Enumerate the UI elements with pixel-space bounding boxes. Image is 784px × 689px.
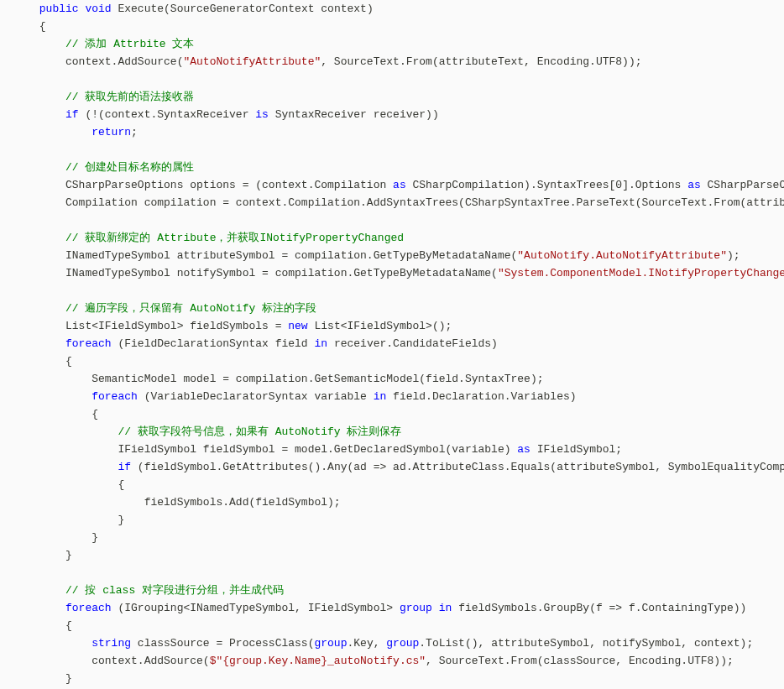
code-token: as: [393, 179, 406, 191]
code-token: is: [255, 108, 269, 121]
code-token: fieldSymbols.GroupBy(f => f.ContainingTy…: [452, 602, 746, 614]
code-token: public: [39, 3, 79, 15]
code-token: "AutoNotifyAttribute": [183, 55, 321, 68]
code-token: in: [374, 390, 387, 403]
code-token: field.Declaration.Variables): [386, 390, 576, 403]
code-token: [0, 637, 91, 650]
code-token: List<IFieldSymbol> fieldSymbols =: [0, 320, 288, 332]
code-token: CSharpParseOp: [701, 179, 784, 191]
code-token: // 获取先前的语法接收器: [65, 91, 194, 103]
code-token: // 添加 Attrbite 文本: [65, 38, 194, 50]
code-token: if: [65, 108, 79, 121]
code-token: }: [0, 531, 98, 544]
code-token: [0, 91, 65, 103]
code-token: foreach: [65, 337, 112, 350]
code-token: }: [0, 514, 124, 526]
code-token: List<IFieldSymbol>();: [308, 320, 452, 332]
code-token: INamedTypeSymbol notifySymbol = compilat…: [0, 267, 498, 279]
code-token: // 按 class 对字段进行分组，并生成代码: [65, 584, 284, 597]
code-token: IFieldSymbol fieldSymbol = model.GetDecl…: [0, 443, 517, 456]
code-token: {: [0, 478, 124, 491]
code-token: [0, 126, 91, 138]
code-token: group: [400, 602, 432, 614]
code-token: [0, 3, 39, 15]
code-token: {: [0, 619, 72, 632]
code-token: [0, 337, 65, 350]
code-token: SyntaxReceiver receiver)): [269, 108, 439, 121]
code-token: [0, 302, 65, 315]
code-token: .ToList(), attributeSymbol, notifySymbol…: [419, 637, 753, 650]
code-token: SemanticModel model = compilation.GetSem…: [0, 373, 544, 385]
code-token: (VariableDeclaratorSyntax variable: [138, 390, 374, 403]
code-token: CSharpParseOptions options = (context.Co…: [0, 179, 393, 191]
code-token: string: [91, 637, 131, 650]
code-token: {: [0, 408, 98, 420]
code-token: }: [0, 549, 72, 561]
code-token: [0, 38, 65, 50]
code-token: (FieldDeclarationSyntax field: [112, 337, 315, 350]
code-token: {: [0, 355, 72, 368]
code-token: , SourceText.From(classSource, Encoding.…: [426, 655, 734, 667]
code-token: (fieldSymbol.GetAttributes().Any(ad => a…: [131, 461, 784, 473]
code-token: fieldSymbols.Add(fieldSymbol);: [0, 496, 341, 509]
code-token: // 获取字段符号信息，如果有 AutoNotify 标注则保存: [118, 425, 401, 438]
code-token: foreach: [91, 390, 138, 403]
code-token: // 创建处目标名称的属性: [65, 161, 194, 174]
code-token: INamedTypeSymbol attributeSymbol = compi…: [0, 249, 517, 262]
code-block: public void Execute(SourceGeneratorConte…: [0, 0, 784, 689]
code-token: receiver.CandidateFields): [327, 337, 498, 350]
code-token: {: [0, 20, 46, 33]
code-token: IFieldSymbol;: [531, 443, 622, 456]
code-token: [0, 390, 91, 403]
code-token: group: [386, 637, 419, 650]
code-token: .Key,: [347, 637, 386, 650]
code-token: Execute(SourceGeneratorContext context): [112, 3, 374, 15]
code-token: [0, 232, 65, 244]
code-token: foreach: [65, 602, 112, 614]
code-token: return: [91, 126, 131, 138]
code-token: // 遍历字段，只保留有 AutoNotify 标注的字段: [65, 302, 316, 315]
code-token: "System.ComponentModel.INotifyPropertyCh…: [498, 267, 784, 279]
code-token: context.AddSource(: [0, 55, 183, 68]
code-token: [0, 602, 65, 614]
code-token: [0, 108, 65, 121]
code-token: as: [687, 179, 701, 191]
code-token: [0, 461, 118, 473]
code-token: // 获取新绑定的 Attribute，并获取INotifyPropertyCh…: [65, 232, 404, 244]
code-token: (!(context.SyntaxReceiver: [79, 108, 256, 121]
code-token: classSource = ProcessClass(: [131, 637, 314, 650]
code-token: "AutoNotify.AutoNotifyAttribute": [517, 249, 727, 262]
code-token: CSharpCompilation).SyntaxTrees[0].Option…: [406, 179, 687, 191]
code-token: in: [439, 602, 452, 614]
code-token: }: [0, 672, 72, 685]
code-token: group: [314, 637, 347, 650]
code-token: [0, 161, 65, 174]
code-token: in: [314, 337, 327, 350]
code-token: (IGrouping<INamedTypeSymbol, IFieldSymbo…: [112, 602, 400, 614]
code-token: [0, 584, 65, 597]
code-token: );: [727, 249, 740, 262]
code-token: if: [118, 461, 131, 473]
code-token: [432, 602, 439, 614]
code-token: ;: [131, 126, 138, 138]
code-token: void: [85, 3, 111, 15]
code-token: new: [288, 320, 307, 332]
code-token: , SourceText.From(attributeText, Encodin…: [321, 55, 641, 68]
code-token: context.AddSource(: [0, 655, 210, 667]
code-token: [0, 425, 118, 438]
code-token: Compilation compilation = context.Compil…: [0, 196, 784, 209]
code-token: $"{group.Key.Name}_autoNotify.cs": [210, 655, 426, 667]
code-token: as: [517, 443, 531, 456]
